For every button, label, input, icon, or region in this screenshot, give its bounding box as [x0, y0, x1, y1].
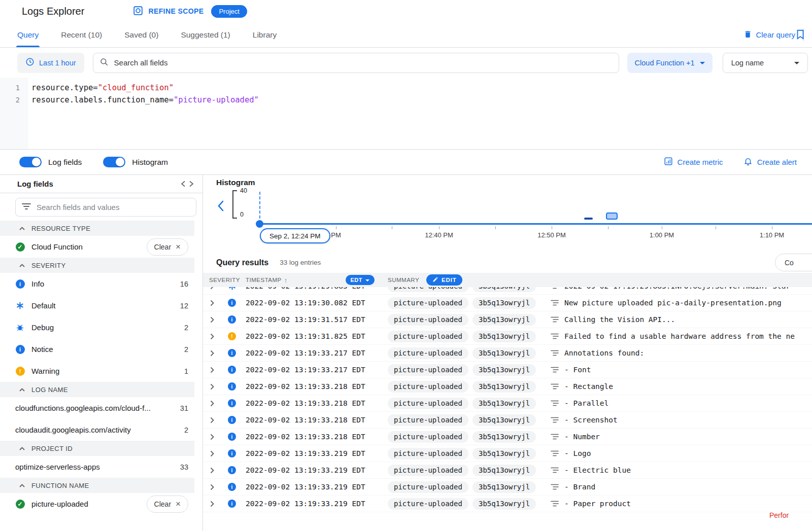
- expand-chevron-icon[interactable]: [203, 316, 223, 323]
- query-line-1[interactable]: 1 resource.type="cloud_function": [0, 82, 812, 94]
- expand-chevron-icon[interactable]: [203, 434, 223, 440]
- field-item-warning[interactable]: !Warning1: [0, 360, 202, 382]
- log-entry-row[interactable]: i 2022-09-02 13:19:33.218 EDT picture-up…: [203, 395, 812, 412]
- expand-chevron-icon[interactable]: [203, 417, 223, 423]
- field-item-info[interactable]: iInfo16: [0, 273, 202, 295]
- clear-filter-button[interactable]: Clear×: [147, 238, 188, 256]
- edit-summary-button[interactable]: EDIT: [426, 274, 462, 286]
- field-item-cloud-function[interactable]: ✓Cloud FunctionClear×: [0, 236, 202, 258]
- log-entry-row[interactable]: i 2022-09-02 13:19:33.219 EDT picture-up…: [203, 479, 812, 495]
- time-range-button[interactable]: Last 1 hour: [17, 53, 84, 73]
- log-entry-row[interactable]: i 2022-09-02 13:19:33.218 EDT picture-up…: [203, 412, 812, 429]
- insert-id-chip[interactable]: 3b5q13owryjl: [472, 431, 536, 443]
- log-entry-row[interactable]: i 2022-09-02 13:19:33.217 EDT picture-up…: [203, 345, 812, 362]
- create-metric-button[interactable]: Create metric: [664, 157, 723, 167]
- refine-scope-button[interactable]: REFINE SCOPE: [132, 5, 204, 18]
- log-entry-row[interactable]: i 2022-09-02 13:19:31.517 EDT picture-up…: [203, 311, 812, 328]
- resource-filter-dropdown[interactable]: Cloud Function +1: [627, 53, 713, 73]
- log-fields-toggle[interactable]: [19, 157, 42, 167]
- log-entry-row[interactable]: i 2022-09-02 13:19:33.219 EDT picture-up…: [203, 495, 812, 512]
- insert-id-chip[interactable]: 3b5q13owryjl: [472, 347, 536, 359]
- function-name-chip[interactable]: picture-uploaded: [388, 498, 468, 510]
- section-header-function-name[interactable]: FUNCTION NAME: [0, 478, 194, 493]
- clear-filter-button[interactable]: Clear×: [147, 495, 188, 513]
- field-item-cloudfunctions-googleapis-com-cloud-f[interactable]: cloudfunctions.googleapis.com/cloud-f...…: [0, 397, 202, 419]
- function-name-chip[interactable]: picture-uploaded: [388, 347, 468, 359]
- tab-library[interactable]: Library: [253, 22, 277, 47]
- query-editor[interactable]: 1 resource.type="cloud_function" 2 resou…: [0, 78, 812, 150]
- log-entry-row[interactable]: i 2022-09-02 13:19:30.082 EDT picture-up…: [203, 295, 812, 311]
- pan-left-button[interactable]: [217, 200, 224, 214]
- expand-chevron-icon[interactable]: [203, 300, 223, 306]
- expand-chevron-icon[interactable]: [203, 484, 223, 490]
- field-item-picture-uploaded[interactable]: ✓picture-uploadedClear×: [0, 493, 202, 515]
- function-name-chip[interactable]: picture-uploaded: [388, 414, 468, 426]
- section-header-severity[interactable]: SEVERITY: [0, 258, 194, 273]
- insert-id-chip[interactable]: 3b5q13owryjl: [472, 381, 536, 393]
- fields-search-input[interactable]: [37, 203, 190, 211]
- expand-chevron-icon[interactable]: [203, 333, 223, 340]
- log-entry-row[interactable]: i 2022-09-02 13:19:33.218 EDT picture-up…: [203, 378, 812, 395]
- search-all-fields-input[interactable]: [114, 58, 613, 67]
- field-item-debug[interactable]: Debug2: [0, 316, 202, 338]
- clear-query-button[interactable]: Clear query: [743, 30, 795, 40]
- function-name-chip[interactable]: picture-uploaded: [388, 297, 468, 309]
- log-name-dropdown[interactable]: Log name: [723, 53, 808, 73]
- create-alert-button[interactable]: Create alert: [743, 157, 797, 167]
- insert-id-chip[interactable]: 3b5q13owryjl: [472, 364, 536, 376]
- function-name-chip[interactable]: picture-uploaded: [388, 331, 468, 342]
- insert-id-chip[interactable]: 3b5q13owryjl: [472, 398, 536, 409]
- tab-query[interactable]: Query: [17, 22, 39, 47]
- insert-id-chip[interactable]: 3b5q13owryjl: [472, 414, 536, 426]
- field-item-notice[interactable]: iNotice2: [0, 338, 202, 360]
- function-name-chip[interactable]: picture-uploaded: [388, 381, 468, 393]
- expand-chevron-icon[interactable]: [203, 501, 223, 507]
- insert-id-chip[interactable]: 3b5q13owryjl: [472, 314, 536, 326]
- timeline-handle[interactable]: [256, 220, 263, 228]
- expand-chevron-icon[interactable]: [203, 367, 223, 373]
- function-name-chip[interactable]: picture-uploaded: [388, 364, 468, 376]
- tab-recent-10[interactable]: Recent (10): [61, 22, 102, 47]
- expand-chevron-icon[interactable]: [203, 400, 223, 407]
- field-item-cloudaudit-googleapis-com-activity[interactable]: cloudaudit.googleapis.com/activity2: [0, 419, 202, 441]
- performance-link[interactable]: Perfor: [769, 511, 789, 519]
- histogram-toggle[interactable]: [103, 157, 125, 167]
- expand-chevron-icon[interactable]: [203, 467, 223, 474]
- collapse-panel-icon[interactable]: [180, 181, 194, 187]
- section-header-project-id[interactable]: PROJECT ID: [0, 441, 194, 456]
- expand-chevron-icon[interactable]: [203, 287, 223, 290]
- expand-chevron-icon[interactable]: [203, 450, 223, 457]
- expand-chevron-icon[interactable]: [203, 383, 223, 390]
- function-name-chip[interactable]: picture-uploaded: [388, 448, 468, 459]
- time-marker-pill[interactable]: Sep 2, 12:24 PM: [260, 228, 330, 243]
- insert-id-chip[interactable]: 3b5q13owryjl: [472, 498, 536, 510]
- insert-id-chip[interactable]: 3b5q13owryjl: [472, 297, 536, 309]
- field-item-default[interactable]: Default12: [0, 295, 202, 316]
- expand-chevron-icon[interactable]: [203, 350, 223, 357]
- function-name-chip[interactable]: picture-uploaded: [388, 314, 468, 326]
- function-name-chip[interactable]: picture-uploaded: [388, 431, 468, 443]
- tab-saved-0[interactable]: Saved (0): [124, 22, 158, 47]
- insert-id-chip[interactable]: 3b5q13owryjl: [472, 287, 536, 292]
- insert-id-chip[interactable]: 3b5q13owryjl: [472, 481, 536, 493]
- log-entry-row[interactable]: 2022-09-02 13:19:29.883 EDT picture-uplo…: [203, 287, 812, 295]
- section-header-resource-type[interactable]: RESOURCE TYPE: [0, 221, 194, 236]
- column-timestamp[interactable]: TIMESTAMP ↑ EDT: [241, 275, 382, 285]
- log-entry-row[interactable]: i 2022-09-02 13:19:33.218 EDT picture-up…: [203, 429, 812, 445]
- query-line-2[interactable]: 2 resource.labels.function_name="picture…: [0, 94, 812, 106]
- insert-id-chip[interactable]: 3b5q13owryjl: [472, 331, 536, 342]
- tab-suggested-1[interactable]: Suggested (1): [181, 22, 230, 47]
- clipped-results-button[interactable]: Co: [775, 254, 812, 271]
- section-header-log-name[interactable]: LOG NAME: [0, 382, 194, 397]
- function-name-chip[interactable]: picture-uploaded: [388, 465, 468, 476]
- log-entry-row[interactable]: i 2022-09-02 13:19:33.219 EDT picture-up…: [203, 462, 812, 479]
- log-entry-row[interactable]: ! 2022-09-02 13:19:31.825 EDT picture-up…: [203, 328, 812, 345]
- field-item-optimize-serverless-apps[interactable]: optimize-serverless-apps33: [0, 456, 202, 478]
- log-entry-row[interactable]: i 2022-09-02 13:19:33.219 EDT picture-up…: [203, 445, 812, 462]
- function-name-chip[interactable]: picture-uploaded: [388, 481, 468, 493]
- clipped-toolbar-button[interactable]: [795, 29, 812, 42]
- insert-id-chip[interactable]: 3b5q13owryjl: [472, 465, 536, 476]
- timeline[interactable]: [260, 223, 812, 225]
- insert-id-chip[interactable]: 3b5q13owryjl: [472, 448, 536, 459]
- function-name-chip[interactable]: picture-uploaded: [388, 287, 468, 292]
